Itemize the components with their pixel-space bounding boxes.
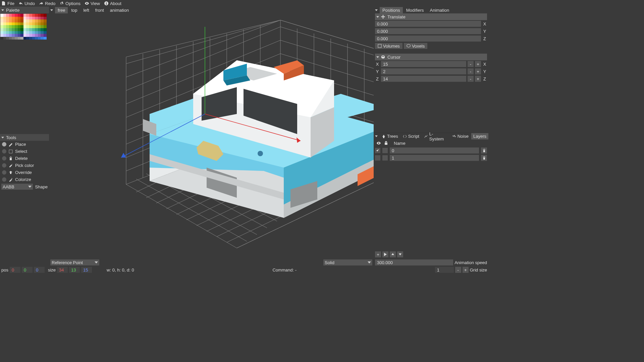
cursor-y-inc[interactable]: + [475,68,481,74]
palette-swatch[interactable] [32,31,35,34]
palette-swatch[interactable] [44,22,47,25]
cursor-z-dec[interactable]: - [468,76,474,82]
palette-swatch[interactable] [20,17,23,20]
viewport-3d[interactable] [49,13,374,259]
palette-swatch[interactable] [20,37,23,40]
palette-swatch[interactable] [0,25,3,28]
palette-swatch[interactable] [9,34,12,37]
layer-delete-button[interactable] [481,155,487,161]
palette-swatch[interactable] [15,37,18,40]
palette-swatch[interactable] [32,34,35,37]
palette-swatch[interactable] [20,22,23,25]
view-tab-animation[interactable]: animation [107,7,131,13]
palette-swatch[interactable] [29,22,32,25]
palette-swatch[interactable] [26,37,29,40]
palette-swatch[interactable] [15,19,18,22]
palette-swatch[interactable] [18,25,21,28]
palette-swatch[interactable] [35,22,38,25]
palette-swatch[interactable] [35,14,38,17]
palette-swatch[interactable] [35,19,38,22]
palette-swatch[interactable] [9,37,12,40]
palette-swatch[interactable] [41,34,44,37]
palette-swatch[interactable] [41,14,44,17]
right-tab-positions[interactable]: Positions [380,7,403,13]
palette-swatch[interactable] [3,22,6,25]
menu-options[interactable]: Options [59,1,80,6]
palette-swatch[interactable] [29,19,32,22]
palette-swatch[interactable] [3,17,6,20]
tool-delete[interactable]: Delete [0,155,49,162]
mid-tab-script[interactable]: Script [401,133,421,139]
view-tab-free[interactable]: free [55,7,68,13]
palette-swatch[interactable] [9,17,12,20]
palette-swatch[interactable] [32,25,35,28]
palette-swatch[interactable] [3,19,6,22]
color-palette[interactable] [0,13,49,132]
palette-swatch[interactable] [20,25,23,28]
palette-swatch[interactable] [35,31,38,34]
palette-swatch[interactable] [3,37,6,40]
palette-swatch[interactable] [0,28,3,31]
palette-swatch[interactable] [6,22,9,25]
palette-swatch[interactable] [23,28,26,31]
palette-swatch[interactable] [44,14,47,17]
view-tab-front[interactable]: front [93,7,107,13]
palette-swatch[interactable] [26,34,29,37]
palette-swatch[interactable] [12,28,15,31]
palette-swatch[interactable] [0,22,3,25]
palette-swatch[interactable] [23,14,26,17]
palette-swatch[interactable] [32,28,35,31]
palette-swatch[interactable] [12,31,15,34]
gridsize-dec[interactable]: - [455,267,461,273]
palette-swatch[interactable] [26,22,29,25]
voxels-button[interactable]: Voxels [404,43,427,49]
palette-header[interactable]: Palette [0,7,49,13]
palette-swatch[interactable] [26,19,29,22]
palette-swatch[interactable] [41,19,44,22]
palette-swatch[interactable] [32,17,35,20]
palette-swatch[interactable] [20,34,23,37]
palette-swatch[interactable] [38,31,41,34]
palette-swatch[interactable] [38,14,41,17]
palette-swatch[interactable] [0,14,3,17]
menu-view[interactable]: View [85,1,100,6]
palette-swatch[interactable] [38,34,41,37]
layer-up-button[interactable] [390,251,396,257]
shape-dropdown[interactable]: AABB [1,184,33,190]
palette-swatch[interactable] [35,34,38,37]
palette-swatch[interactable] [20,28,23,31]
palette-swatch[interactable] [32,19,35,22]
palette-swatch[interactable] [44,25,47,28]
layer-lock-check[interactable] [382,155,388,161]
translate-y-input[interactable]: 0.000 [375,28,481,34]
palette-swatch[interactable] [23,31,26,34]
palette-swatch[interactable] [29,31,32,34]
layer-add-button[interactable]: + [375,251,381,257]
layer-visible-check[interactable] [375,148,380,153]
palette-swatch[interactable] [35,28,38,31]
palette-swatch[interactable] [35,37,38,40]
palette-swatch[interactable] [18,22,21,25]
palette-swatch[interactable] [15,17,18,20]
palette-swatch[interactable] [44,31,47,34]
refpoint-dropdown[interactable]: Reference Point [50,259,99,265]
palette-swatch[interactable] [15,25,18,28]
palette-swatch[interactable] [6,25,9,28]
palette-swatch[interactable] [6,14,9,17]
palette-swatch[interactable] [23,25,26,28]
palette-swatch[interactable] [32,37,35,40]
palette-swatch[interactable] [18,28,21,31]
palette-swatch[interactable] [0,34,3,37]
palette-swatch[interactable] [15,34,18,37]
palette-swatch[interactable] [6,34,9,37]
palette-swatch[interactable] [20,14,23,17]
palette-swatch[interactable] [29,25,32,28]
palette-swatch[interactable] [38,25,41,28]
palette-swatch[interactable] [18,17,21,20]
palette-swatch[interactable] [23,37,26,40]
translate-x-input[interactable]: 0.000 [375,21,481,27]
palette-swatch[interactable] [44,37,47,40]
palette-swatch[interactable] [9,14,12,17]
palette-swatch[interactable] [0,37,3,40]
menu-file[interactable]: File [1,1,14,6]
